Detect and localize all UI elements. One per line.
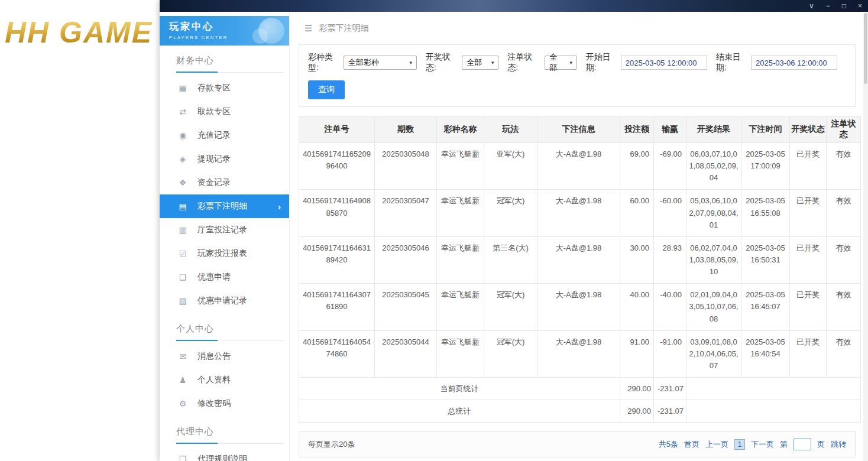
jump-page-input[interactable] — [793, 439, 811, 450]
cell-bet-amount: 60.00 — [620, 190, 654, 236]
sidebar-item-funds-record[interactable]: ❖ 资金记录 — [160, 171, 289, 194]
table-header-cell: 开奖状态 — [790, 116, 827, 143]
bet-status-label: 注单状态: — [507, 52, 542, 73]
cell-draw-result: 06,02,07,04,01,03,08,05,09,10 — [686, 236, 741, 283]
current-page[interactable]: 1 — [734, 439, 745, 450]
summary-label: 总统计 — [299, 400, 620, 423]
sidebar-item-agent-rules[interactable]: ❒ 代理规则说明 — [160, 447, 289, 461]
end-date-label: 结束日期: — [716, 52, 748, 73]
cell-lottery-name: 幸运飞艇新 — [437, 190, 484, 236]
funds-record-icon: ❖ — [177, 178, 188, 187]
cell-draw-status: 已开奖 — [790, 330, 827, 377]
sidebar-item-promo-apply[interactable]: ❏ 优惠申请 — [160, 265, 289, 289]
table-row-current-page-summary: 当前页统计 290.00 -231.07 — [299, 378, 861, 400]
jump-prefix-label: 第 — [780, 439, 788, 450]
sidebar-item-withdrawal-record[interactable]: ◈ 提现记录 — [160, 147, 289, 171]
next-page-link[interactable]: 下一页 — [751, 439, 774, 450]
promo-apply-record-icon: ▨ — [177, 296, 188, 306]
cell-bet-amount: 69.00 — [620, 143, 654, 190]
lottery-type-label: 彩种类型: — [308, 52, 341, 73]
section-agent-center: 代理中心 — [176, 417, 283, 444]
cell-bet-amount: 40.00 — [620, 284, 654, 330]
cell-bet-time: 2025-03-05 17:00:09 — [741, 143, 790, 190]
change-password-icon: ⚙ — [177, 399, 188, 408]
sidebar-item-player-bet-report[interactable]: ☑ 玩家投注报表 — [160, 242, 289, 265]
cell-win-loss: -91.00 — [654, 330, 686, 377]
table-row: 401569174116463189420 20250305046 幸运飞艇新 … — [299, 236, 861, 283]
summary-label: 当前页统计 — [299, 378, 620, 400]
table-header-cell: 输赢 — [654, 116, 686, 143]
cell-bet-id: 401569174116520996400 — [299, 143, 375, 190]
cell-draw-result: 02,01,09,04,03,05,10,07,06,08 — [686, 284, 741, 330]
cell-bet-status: 有效 — [827, 143, 861, 190]
profile-icon: ♟ — [177, 375, 188, 385]
cell-bet-status: 有效 — [827, 330, 861, 377]
menu-toggle-icon[interactable]: ☰ — [305, 23, 312, 34]
scrollbar-thumb[interactable] — [864, 13, 867, 84]
draw-status-label: 开奖状态: — [426, 52, 459, 73]
prev-page-link[interactable]: 上一页 — [705, 439, 728, 450]
cell-issue: 20250305046 — [375, 236, 437, 283]
table-header-cell: 投注额 — [620, 116, 654, 143]
cell-bet-info: 大-A盘@1.98 — [537, 190, 620, 236]
cell-bet-amount: 30.00 — [620, 236, 654, 283]
cell-bet-id: 401569174116405474860 — [299, 330, 375, 377]
table-row: 401569174116490885870 20250305047 幸运飞艇新 … — [299, 190, 861, 236]
table-header-cell: 注单状态 — [827, 116, 861, 143]
cell-bet-time: 2025-03-05 16:55:08 — [741, 190, 790, 236]
window-maximize-icon[interactable]: □ — [842, 2, 846, 9]
cell-draw-result: 06,03,07,10,01,08,05,02,09,04 — [686, 143, 741, 190]
table-row: 401569174116520996400 20250305048 幸运飞艇新 … — [299, 143, 861, 190]
pagination: 每页显示20条 共5条 首页 上一页 1 下一页 第 页 跳转 — [299, 431, 856, 457]
bet-detail-table: 注单号 期数 彩种名称 玩法 下注信息 投注额 输赢 开奖结果 下注时间 开 — [299, 116, 861, 423]
end-date-input[interactable] — [751, 56, 837, 70]
jump-suffix-label: 页 — [817, 439, 825, 450]
start-date-input[interactable] — [621, 56, 707, 70]
bet-detail-table-container: 注单号 期数 彩种名称 玩法 下注信息 投注额 输赢 开奖结果 下注时间 开 — [299, 116, 856, 423]
sidebar-item-promo-apply-record[interactable]: ▨ 优惠申请记录 — [160, 289, 289, 313]
cell-bet-time: 2025-03-05 16:45:07 — [741, 284, 790, 330]
bet-status-select[interactable]: 全部 ▼ — [545, 56, 577, 70]
filter-panel: 彩种类型: 全部彩种 ▼ 开奖状态: 全部 ▼ — [299, 44, 856, 107]
table-header-cell: 彩种名称 — [437, 116, 484, 143]
cell-play: 冠军(大) — [484, 190, 537, 236]
app-window: ∨ − □ × 玩家中心 PLAYERS CENTER 财务中心 ▦ — [160, 0, 868, 461]
sidebar-item-recharge-record[interactable]: ◉ 充值记录 — [160, 124, 289, 147]
first-page-link[interactable]: 首页 — [684, 439, 699, 450]
cell-lottery-name: 幸运飞艇新 — [437, 236, 484, 283]
search-button[interactable]: 查询 — [308, 80, 345, 99]
summary-win-loss-total: -231.07 — [654, 378, 686, 400]
window-dropdown-icon[interactable]: ∨ — [809, 2, 814, 9]
sidebar-item-hall-bet-record[interactable]: ▥ 厅室投注记录 — [160, 218, 289, 242]
total-count: 共5条 — [659, 439, 678, 450]
finance-menu: ▦ 存款专区 ⇄ 取款专区 ◉ 充值记录 ◈ 提现记录 — [160, 73, 289, 314]
sidebar-item-deposit[interactable]: ▦ 存款专区 — [160, 76, 289, 100]
page-title: 彩票下注明细 — [319, 23, 368, 34]
cell-issue: 20250305047 — [375, 190, 437, 236]
table-row-grand-summary: 总统计 290.00 -231.07 — [299, 400, 861, 423]
select-arrow-icon: ▼ — [490, 60, 495, 66]
select-arrow-icon: ▼ — [409, 60, 413, 66]
sidebar-item-lottery-bet-detail[interactable]: ▤ 彩票下注明细 › — [160, 194, 289, 218]
lottery-type-select[interactable]: 全部彩种 ▼ — [344, 56, 417, 70]
window-close-icon[interactable]: × — [858, 2, 862, 9]
scrollbar[interactable] — [863, 12, 868, 461]
sidebar-item-withdraw[interactable]: ⇄ 取款专区 — [160, 100, 289, 124]
cell-play: 第三名(大) — [484, 236, 537, 283]
cell-bet-info: 大-A盘@1.98 — [537, 143, 620, 190]
draw-status-select[interactable]: 全部 ▼ — [462, 56, 498, 70]
cell-draw-status: 已开奖 — [790, 190, 827, 236]
sidebar-item-announcement[interactable]: ✉ 消息公告 — [160, 345, 289, 368]
hall-bet-record-icon: ▥ — [177, 225, 188, 235]
window-minimize-icon[interactable]: − — [826, 2, 830, 9]
sidebar-item-change-password[interactable]: ⚙ 修改密码 — [160, 392, 289, 415]
window-titlebar: ∨ − □ × — [160, 0, 868, 12]
cell-bet-time: 2025-03-05 16:50:31 — [741, 236, 790, 283]
cell-issue: 20250305044 — [375, 330, 437, 377]
section-finance-center: 财务中心 — [176, 46, 283, 73]
sidebar-item-profile[interactable]: ♟ 个人资料 — [160, 368, 289, 392]
summary-empty — [686, 378, 861, 400]
cell-lottery-name: 幸运飞艇新 — [437, 330, 484, 377]
jump-button[interactable]: 跳转 — [831, 439, 846, 450]
cell-issue: 20250305048 — [375, 143, 437, 190]
